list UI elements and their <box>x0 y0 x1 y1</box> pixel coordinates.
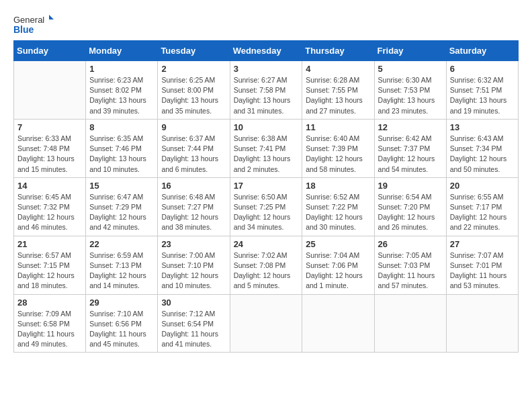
day-info: Sunrise: 7:12 AM Sunset: 6:54 PM Dayligh… <box>161 309 226 350</box>
day-number: 20 <box>450 181 515 191</box>
calendar-cell: 19Sunrise: 6:54 AM Sunset: 7:20 PM Dayli… <box>374 177 446 236</box>
day-info: Sunrise: 6:35 AM Sunset: 7:46 PM Dayligh… <box>89 134 154 175</box>
day-info: Sunrise: 6:59 AM Sunset: 7:13 PM Dayligh… <box>89 250 154 291</box>
page: General Blue SundayMondayTuesdayWednesda… <box>0 0 532 362</box>
calendar-cell <box>446 294 518 353</box>
header-sunday: Sunday <box>14 41 86 61</box>
calendar-cell: 28Sunrise: 7:09 AM Sunset: 6:58 PM Dayli… <box>14 294 86 353</box>
day-number: 13 <box>450 122 515 132</box>
day-number: 19 <box>378 181 443 191</box>
header-monday: Monday <box>86 41 158 61</box>
day-number: 22 <box>89 239 154 249</box>
day-info: Sunrise: 7:07 AM Sunset: 7:01 PM Dayligh… <box>450 250 515 291</box>
calendar-cell: 11Sunrise: 6:40 AM Sunset: 7:39 PM Dayli… <box>302 119 374 177</box>
day-number: 24 <box>234 239 299 249</box>
day-number: 14 <box>17 181 82 191</box>
calendar-cell: 4Sunrise: 6:28 AM Sunset: 7:55 PM Daylig… <box>302 61 374 120</box>
day-info: Sunrise: 6:27 AM Sunset: 7:58 PM Dayligh… <box>234 75 299 116</box>
day-number: 8 <box>89 122 154 132</box>
calendar-cell <box>374 294 446 353</box>
day-info: Sunrise: 6:43 AM Sunset: 7:34 PM Dayligh… <box>450 134 515 175</box>
day-number: 10 <box>234 122 299 132</box>
day-info: Sunrise: 6:45 AM Sunset: 7:32 PM Dayligh… <box>17 192 82 233</box>
day-number: 6 <box>450 64 515 74</box>
header-thursday: Thursday <box>302 41 374 61</box>
day-number: 2 <box>161 64 226 74</box>
day-info: Sunrise: 7:02 AM Sunset: 7:08 PM Dayligh… <box>234 250 299 291</box>
calendar-cell: 3Sunrise: 6:27 AM Sunset: 7:58 PM Daylig… <box>230 61 302 120</box>
day-info: Sunrise: 6:48 AM Sunset: 7:27 PM Dayligh… <box>161 192 226 233</box>
day-number: 15 <box>89 181 154 191</box>
week-row-2: 14Sunrise: 6:45 AM Sunset: 7:32 PM Dayli… <box>14 177 519 236</box>
day-info: Sunrise: 6:33 AM Sunset: 7:48 PM Dayligh… <box>17 134 82 175</box>
day-number: 29 <box>89 298 154 308</box>
calendar-cell: 14Sunrise: 6:45 AM Sunset: 7:32 PM Dayli… <box>14 177 86 236</box>
calendar-header-row: SundayMondayTuesdayWednesdayThursdayFrid… <box>14 41 519 61</box>
calendar-cell: 30Sunrise: 7:12 AM Sunset: 6:54 PM Dayli… <box>158 294 230 353</box>
day-number: 17 <box>234 181 299 191</box>
calendar-cell: 5Sunrise: 6:30 AM Sunset: 7:53 PM Daylig… <box>374 61 446 120</box>
header-saturday: Saturday <box>446 41 518 61</box>
day-info: Sunrise: 7:04 AM Sunset: 7:06 PM Dayligh… <box>306 250 370 291</box>
calendar-cell: 26Sunrise: 7:05 AM Sunset: 7:03 PM Dayli… <box>374 236 446 294</box>
day-info: Sunrise: 6:37 AM Sunset: 7:44 PM Dayligh… <box>161 134 226 175</box>
calendar-cell: 23Sunrise: 7:00 AM Sunset: 7:10 PM Dayli… <box>158 236 230 294</box>
day-info: Sunrise: 7:00 AM Sunset: 7:10 PM Dayligh… <box>161 250 226 291</box>
day-info: Sunrise: 6:28 AM Sunset: 7:55 PM Dayligh… <box>306 75 370 116</box>
header-friday: Friday <box>374 41 446 61</box>
calendar-cell <box>302 294 374 353</box>
day-info: Sunrise: 6:32 AM Sunset: 7:51 PM Dayligh… <box>450 75 515 116</box>
calendar-cell: 20Sunrise: 6:55 AM Sunset: 7:17 PM Dayli… <box>446 177 518 236</box>
calendar-cell: 7Sunrise: 6:33 AM Sunset: 7:48 PM Daylig… <box>14 119 86 177</box>
day-info: Sunrise: 7:09 AM Sunset: 6:58 PM Dayligh… <box>17 309 82 350</box>
calendar-cell: 1Sunrise: 6:23 AM Sunset: 8:02 PM Daylig… <box>86 61 158 120</box>
day-number: 9 <box>161 122 226 132</box>
day-info: Sunrise: 6:52 AM Sunset: 7:22 PM Dayligh… <box>306 192 370 233</box>
header: General Blue <box>13 12 519 36</box>
day-number: 12 <box>378 122 443 132</box>
calendar-cell: 24Sunrise: 7:02 AM Sunset: 7:08 PM Dayli… <box>230 236 302 294</box>
day-info: Sunrise: 6:30 AM Sunset: 7:53 PM Dayligh… <box>378 75 443 116</box>
week-row-4: 28Sunrise: 7:09 AM Sunset: 6:58 PM Dayli… <box>14 294 519 353</box>
header-tuesday: Tuesday <box>158 41 230 61</box>
calendar-cell: 29Sunrise: 7:10 AM Sunset: 6:56 PM Dayli… <box>86 294 158 353</box>
calendar-cell: 12Sunrise: 6:42 AM Sunset: 7:37 PM Dayli… <box>374 119 446 177</box>
week-row-3: 21Sunrise: 6:57 AM Sunset: 7:15 PM Dayli… <box>14 236 519 294</box>
day-info: Sunrise: 6:55 AM Sunset: 7:17 PM Dayligh… <box>450 192 515 233</box>
day-number: 28 <box>17 298 82 308</box>
calendar-table: SundayMondayTuesdayWednesdayThursdayFrid… <box>13 40 519 353</box>
day-info: Sunrise: 6:57 AM Sunset: 7:15 PM Dayligh… <box>17 250 82 291</box>
calendar-cell: 25Sunrise: 7:04 AM Sunset: 7:06 PM Dayli… <box>302 236 374 294</box>
week-row-1: 7Sunrise: 6:33 AM Sunset: 7:48 PM Daylig… <box>14 119 519 177</box>
day-number: 23 <box>161 239 226 249</box>
calendar-cell: 13Sunrise: 6:43 AM Sunset: 7:34 PM Dayli… <box>446 119 518 177</box>
calendar-cell: 6Sunrise: 6:32 AM Sunset: 7:51 PM Daylig… <box>446 61 518 120</box>
day-info: Sunrise: 6:47 AM Sunset: 7:29 PM Dayligh… <box>89 192 154 233</box>
day-info: Sunrise: 6:54 AM Sunset: 7:20 PM Dayligh… <box>378 192 443 233</box>
calendar-cell: 8Sunrise: 6:35 AM Sunset: 7:46 PM Daylig… <box>86 119 158 177</box>
logo: General Blue <box>13 12 54 36</box>
calendar-cell: 9Sunrise: 6:37 AM Sunset: 7:44 PM Daylig… <box>158 119 230 177</box>
calendar-cell: 27Sunrise: 7:07 AM Sunset: 7:01 PM Dayli… <box>446 236 518 294</box>
day-info: Sunrise: 7:05 AM Sunset: 7:03 PM Dayligh… <box>378 250 443 291</box>
logo-svg: General Blue <box>13 12 54 36</box>
svg-text:Blue: Blue <box>13 24 34 35</box>
calendar-cell: 10Sunrise: 6:38 AM Sunset: 7:41 PM Dayli… <box>230 119 302 177</box>
day-number: 30 <box>161 298 226 308</box>
day-number: 5 <box>378 64 443 74</box>
calendar-cell: 21Sunrise: 6:57 AM Sunset: 7:15 PM Dayli… <box>14 236 86 294</box>
calendar-cell <box>230 294 302 353</box>
day-info: Sunrise: 6:23 AM Sunset: 8:02 PM Dayligh… <box>89 75 154 116</box>
day-number: 25 <box>306 239 370 249</box>
week-row-0: 1Sunrise: 6:23 AM Sunset: 8:02 PM Daylig… <box>14 61 519 120</box>
day-number: 16 <box>161 181 226 191</box>
day-info: Sunrise: 6:50 AM Sunset: 7:25 PM Dayligh… <box>234 192 299 233</box>
day-number: 21 <box>17 239 82 249</box>
day-number: 1 <box>89 64 154 74</box>
day-info: Sunrise: 6:38 AM Sunset: 7:41 PM Dayligh… <box>234 134 299 175</box>
day-number: 18 <box>306 181 370 191</box>
header-wednesday: Wednesday <box>230 41 302 61</box>
calendar-cell: 16Sunrise: 6:48 AM Sunset: 7:27 PM Dayli… <box>158 177 230 236</box>
calendar-cell: 15Sunrise: 6:47 AM Sunset: 7:29 PM Dayli… <box>86 177 158 236</box>
svg-text:General: General <box>13 15 44 25</box>
